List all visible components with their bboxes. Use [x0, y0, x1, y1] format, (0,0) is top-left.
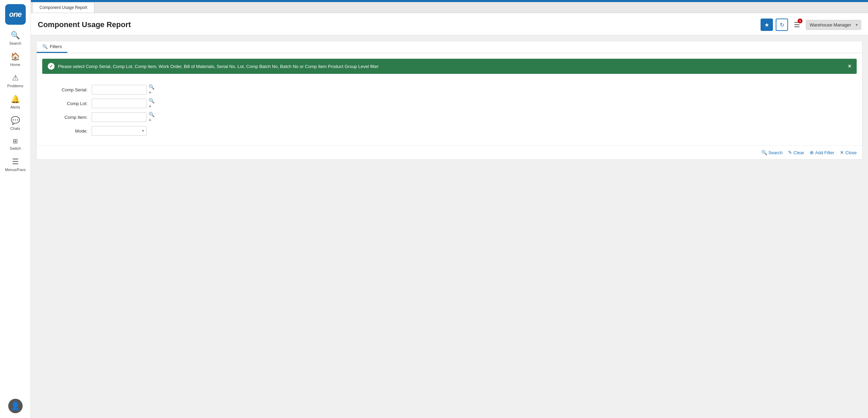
sidebar-item-chats[interactable]: 💬 Chats	[0, 113, 31, 134]
comp-lot-input-wrapper: 🔍+	[92, 99, 157, 108]
comp-item-row: Comp Item: 🔍+	[50, 112, 848, 122]
comp-lot-row: Comp Lot: 🔍+	[50, 99, 848, 108]
add-filter-action[interactable]: ⊕ Add Filter	[810, 150, 834, 155]
problems-icon: ⚠	[12, 74, 19, 82]
comp-item-input-wrapper: 🔍+	[92, 112, 157, 122]
comp-serial-input-wrapper: 🔍+	[92, 85, 157, 94]
page-header: Component Usage Report ★ ↻ ☰ 1 Warehouse…	[31, 13, 868, 35]
chats-icon: 💬	[11, 116, 20, 125]
content-area: 🔍 Filters ✓ Please select Comp Serial, C…	[31, 35, 868, 418]
refresh-button[interactable]: ↻	[776, 19, 788, 31]
header-actions: ★ ↻ ☰ 1 Warehouse Manager	[761, 19, 861, 31]
comp-item-input[interactable]	[92, 112, 147, 122]
home-icon: 🏠	[11, 52, 20, 61]
clear-action-icon: ✎	[788, 150, 792, 155]
comp-serial-search-icon[interactable]: 🔍+	[149, 86, 157, 94]
mode-select-wrapper	[92, 126, 147, 136]
notification-badge: 1	[798, 19, 802, 23]
sidebar-item-problems[interactable]: ⚠ Problems	[0, 70, 31, 91]
switch-icon: ⊞	[13, 137, 18, 145]
filter-panel: 🔍 Filters ✓ Please select Comp Serial, C…	[36, 41, 863, 160]
user-select[interactable]: Warehouse Manager	[806, 20, 861, 30]
filter-form: Comp Serial: 🔍+ Comp Lot: 🔍+ Comp Item:	[37, 79, 862, 145]
close-action-icon: ✕	[840, 150, 844, 155]
favorite-button[interactable]: ★	[761, 19, 773, 31]
alert-close-button[interactable]: ×	[848, 63, 851, 69]
search-action-icon: 🔍	[761, 150, 767, 155]
user-select-wrapper: Warehouse Manager	[806, 20, 861, 30]
comp-serial-label: Comp Serial:	[50, 87, 92, 92]
alerts-icon: 🔔	[11, 95, 20, 104]
sidebar-item-home[interactable]: 🏠 Home	[0, 49, 31, 70]
sidebar-item-search[interactable]: 🔍 Search	[0, 27, 31, 49]
notification-button[interactable]: ☰ 1	[791, 19, 803, 31]
star-icon: ★	[764, 22, 769, 28]
alert-banner: ✓ Please select Comp Serial, Comp Lot, C…	[42, 59, 857, 74]
mode-select-container	[92, 126, 147, 136]
avatar-icon: 👤	[11, 402, 20, 410]
main-content: Component Usage Report Component Usage R…	[31, 0, 868, 418]
sidebar-item-alerts[interactable]: 🔔 Alerts	[0, 91, 31, 113]
search-nav-icon: 🔍	[11, 31, 20, 40]
sidebar-item-switch[interactable]: ⊞ Switch	[0, 134, 31, 154]
sidebar-item-menus[interactable]: ☰ Menus/Favs	[0, 154, 31, 175]
app-logo[interactable]: one	[5, 4, 26, 25]
filter-tab-bar: 🔍 Filters	[37, 41, 862, 53]
comp-serial-row: Comp Serial: 🔍+	[50, 85, 848, 94]
comp-lot-input[interactable]	[92, 99, 147, 108]
mode-select[interactable]	[92, 126, 147, 136]
tab-bar: Component Usage Report	[31, 2, 868, 13]
filter-actions: 🔍 Search ✎ Clear ⊕ Add Filter ✕ Close	[37, 145, 862, 159]
active-tab[interactable]: Component Usage Report	[32, 2, 94, 13]
avatar[interactable]: 👤	[8, 399, 23, 413]
comp-item-search-icon[interactable]: 🔍+	[149, 113, 157, 121]
mode-label: Mode:	[50, 128, 92, 134]
page-title: Component Usage Report	[38, 20, 131, 29]
alert-check-icon: ✓	[48, 63, 55, 70]
mode-row: Mode:	[50, 126, 848, 136]
add-filter-icon: ⊕	[810, 150, 814, 155]
clear-action[interactable]: ✎ Clear	[788, 150, 804, 155]
sidebar: one 🔍 Search 🏠 Home ⚠ Problems 🔔 Alerts …	[0, 0, 31, 418]
search-action[interactable]: 🔍 Search	[761, 150, 783, 155]
menus-icon: ☰	[12, 157, 19, 166]
refresh-icon: ↻	[780, 22, 784, 28]
filters-tab[interactable]: 🔍 Filters	[37, 41, 67, 53]
comp-lot-label: Comp Lot:	[50, 101, 92, 106]
filter-search-icon: 🔍	[42, 44, 48, 49]
comp-item-label: Comp Item:	[50, 115, 92, 120]
comp-serial-input[interactable]	[92, 85, 147, 94]
close-action[interactable]: ✕ Close	[840, 150, 857, 155]
comp-lot-search-icon[interactable]: 🔍+	[149, 99, 157, 108]
